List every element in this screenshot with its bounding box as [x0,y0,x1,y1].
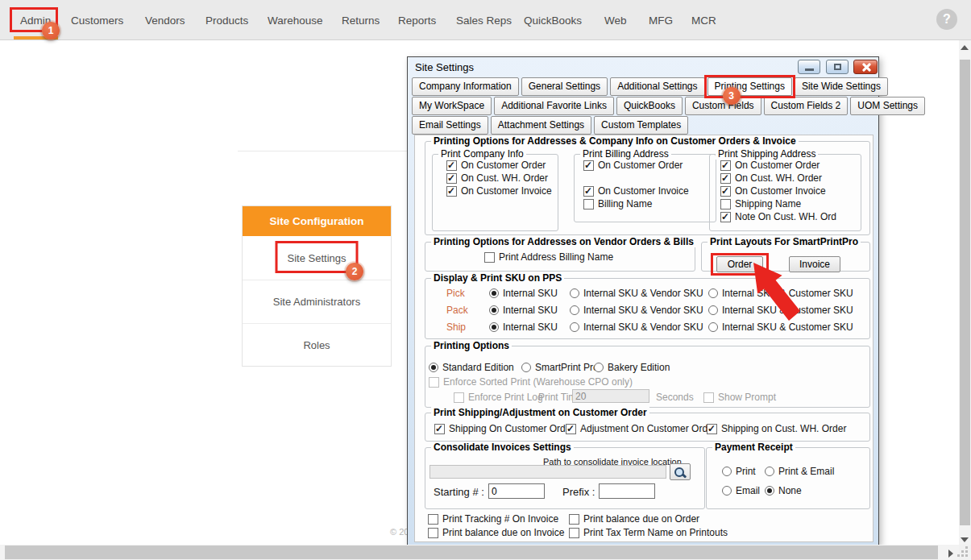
help-icon[interactable]: ? [936,9,957,30]
radio-button[interactable] [489,322,499,332]
maximize-button[interactable] [826,60,849,74]
radio-button[interactable] [708,305,718,315]
nav-item-admin[interactable]: Admin 1 [20,0,51,40]
vertical-scrollbar[interactable] [959,40,971,545]
checkbox[interactable] [720,212,731,222]
consolidate-path-input[interactable] [429,465,666,479]
minimize-button[interactable] [798,60,820,74]
radio-button[interactable] [489,305,499,315]
radio-button[interactable] [765,486,774,496]
tab-custom-fields[interactable]: Custom Fields [685,97,761,115]
nav-item-returns[interactable]: Returns [342,0,380,40]
order-button[interactable]: Order [716,256,763,272]
checkbox[interactable] [703,392,714,403]
radio-button[interactable] [489,288,499,298]
checkbox[interactable] [720,186,731,197]
tab-attachment-settings[interactable]: Attachment Settings [491,116,591,135]
nav-item-mfg[interactable]: MFG [649,0,673,40]
tab-general-settings[interactable]: General Settings [521,77,608,96]
tab-label: Attachment Settings [498,119,584,131]
checkbox[interactable] [446,173,457,184]
horizontal-scrollbar-thumb[interactable] [5,545,938,559]
checkbox[interactable] [428,514,438,525]
tab-label: UOM Settings [857,100,918,111]
tab-custom-templates[interactable]: Custom Templates [594,116,688,135]
sidebar-item-site-administrators[interactable]: Site Administrators [243,280,391,323]
checkbox[interactable] [583,186,594,197]
checkbox[interactable] [429,377,439,388]
prefix-input[interactable] [599,483,655,499]
radio-label: Internal SKU & Customer SKU [722,321,853,333]
annotation-badge-2: 2 [346,263,363,280]
sidebar-item-roles[interactable]: Roles [243,323,391,367]
nav-item-warehouse[interactable]: Warehouse [268,0,323,40]
tab-printing-settings[interactable]: Printing Settings 3 [708,77,792,96]
checkbox[interactable] [720,160,731,171]
tab-label: Custom Fields [692,100,754,111]
chevron-up-icon [961,45,969,50]
checkbox[interactable] [569,514,579,525]
tab-label: Custom Templates [601,119,681,131]
row-label: Ship [446,321,466,333]
radio-button[interactable] [708,322,718,332]
radio-button[interactable] [765,467,774,476]
checkbox[interactable] [583,199,594,209]
group-title: Printing Options [431,340,512,351]
radio-button[interactable] [594,363,604,372]
tab-my-workspace[interactable]: My WorkSpace [412,97,492,115]
radio-button[interactable] [521,363,531,372]
radio-label: Print & Email [778,466,834,477]
radio-button[interactable] [722,467,732,476]
tab-email-settings[interactable]: Email Settings [412,116,488,135]
checkbox[interactable] [484,252,495,263]
checkbox[interactable] [569,528,579,538]
checkbox[interactable] [566,424,576,434]
radio-button[interactable] [722,486,732,496]
scroll-right-button[interactable] [943,546,957,558]
checkbox[interactable] [428,528,438,538]
close-button[interactable] [853,60,878,74]
vertical-scrollbar-thumb[interactable] [960,60,970,525]
nav-item-quickbooks[interactable]: QuickBooks [524,0,582,40]
checkbox[interactable] [446,160,457,171]
radio-button[interactable] [570,305,579,315]
tab-company-information[interactable]: Company Information [412,77,519,96]
horizontal-scrollbar[interactable] [0,545,959,560]
nav-item-sales-reps[interactable]: Sales Reps [456,0,512,40]
sidebar-item-site-settings[interactable]: Site Settings 2 [243,236,391,280]
nav-item-reports[interactable]: Reports [398,0,436,40]
checkbox[interactable] [434,424,445,434]
tab-additional-settings[interactable]: Additional Settings [610,77,704,96]
checkbox[interactable] [446,186,457,197]
checkbox[interactable] [707,424,717,434]
starting-number-input[interactable] [488,483,545,499]
tab-additional-favorite-links[interactable]: Additional Favorite Links [494,97,614,115]
tab-uom-settings[interactable]: UOM Settings [850,97,925,115]
tab-label: QuickBooks [624,100,675,111]
tab-custom-fields-2[interactable]: Custom Fields 2 [764,97,849,115]
checkbox[interactable] [720,173,731,184]
radio-button[interactable] [708,288,718,298]
nav-item-vendors[interactable]: Vendors [145,0,185,40]
tab-quickbooks[interactable]: QuickBooks [616,97,683,115]
scroll-down-button[interactable] [959,533,971,545]
tab-site-wide-settings[interactable]: Site Wide Settings [795,77,888,96]
dialog-titlebar[interactable]: Site Settings [408,57,878,77]
radio-button[interactable] [429,363,438,372]
nav-item-products[interactable]: Products [205,0,248,40]
invoice-button[interactable]: Invoice [789,256,840,272]
resize-grip[interactable] [959,545,971,560]
nav-item-customers[interactable]: Customers [71,0,123,40]
radio-button[interactable] [570,322,579,332]
checkbox[interactable] [720,199,731,209]
checkbox[interactable] [454,392,464,403]
print-timeout-input[interactable] [572,389,649,403]
browse-path-button[interactable] [670,463,691,480]
scroll-up-button[interactable] [959,40,971,53]
checkbox[interactable] [583,160,594,171]
nav-item-mcr[interactable]: MCR [691,0,716,40]
group-title: Display & Print SKU on PPS [431,272,564,284]
checkbox-label: Shipping On Customer Order [449,423,574,434]
nav-item-web[interactable]: Web [604,0,627,40]
radio-button[interactable] [570,288,579,298]
